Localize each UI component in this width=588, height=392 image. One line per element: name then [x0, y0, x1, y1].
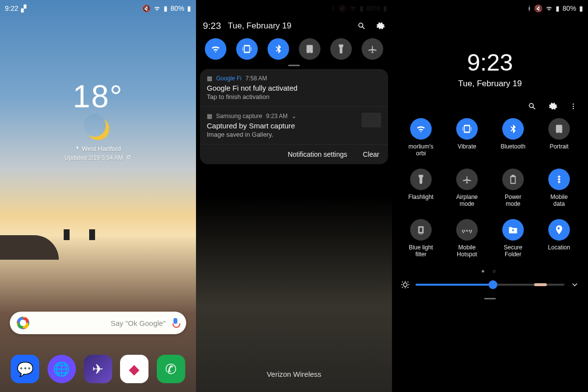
notification-group: ▦ Google Fi 7:58 AM Google Fi not fully …: [200, 69, 388, 164]
toggle-bluetooth[interactable]: [268, 38, 289, 60]
app-phone[interactable]: ✆: [157, 355, 185, 383]
qs-label: Bluetooth: [501, 143, 526, 157]
home-screen: 9:22 ▞ 🔇 ▮ 80% ▮ 18° West Hartford Updat…: [0, 0, 196, 392]
panel-header: [392, 89, 588, 115]
qs-label: morlium's orbi: [409, 143, 434, 157]
mute-icon: 🔇: [142, 4, 150, 12]
hotspot-icon: [456, 219, 478, 241]
app-messages[interactable]: 💬: [11, 355, 39, 383]
rotation-icon: [548, 118, 570, 140]
clear-button[interactable]: Clear: [363, 150, 379, 158]
qs-tile-location[interactable]: Location: [536, 219, 582, 258]
airplane-icon: [456, 169, 478, 190]
toggle-flashlight[interactable]: [330, 38, 352, 60]
more-icon[interactable]: [568, 101, 578, 111]
notification-shade: ᚼ 🔇 ▮ 80% ▮ 9:23 Tue, February 19 ▦ Goog…: [196, 0, 392, 392]
app-gallery[interactable]: ◆: [120, 355, 148, 383]
app-browser[interactable]: 🌐: [48, 355, 76, 383]
brightness-icon: [401, 280, 410, 289]
notif-app-icon: ▦: [207, 113, 212, 120]
fi-indicator-icon: ▞: [21, 4, 26, 12]
moon-icon: [87, 118, 109, 140]
vibrate-icon: [456, 118, 478, 140]
battery-icon: ▮: [579, 4, 583, 12]
qs-tile-bluetooth[interactable]: Bluetooth: [490, 118, 536, 157]
search-icon[interactable]: [357, 21, 367, 31]
notif-app-name: Samsung capture: [216, 113, 262, 120]
flashlight-icon: [410, 169, 432, 190]
notif-time: 9:23 AM: [266, 113, 288, 120]
google-search-bar[interactable]: Say "Ok Google": [10, 312, 186, 334]
settings-icon[interactable]: [375, 21, 385, 31]
notif-thumbnail: [362, 113, 381, 127]
weather-updated: Updated 2/19 5:54 AM: [0, 154, 196, 161]
data-icon: [548, 169, 570, 190]
chevron-down-icon[interactable]: ⌄: [292, 113, 296, 120]
battery-icon: [502, 169, 524, 190]
notif-app-name: Google Fi: [216, 75, 242, 82]
notification-settings-button[interactable]: Notification settings: [288, 150, 347, 158]
shade-header: 9:23 Tue, February 19: [196, 15, 392, 37]
battery-icon: ▮: [187, 4, 191, 12]
qs-tile-rotation[interactable]: Portrait: [536, 118, 582, 157]
status-bar: 9:22 ▞ 🔇 ▮ 80% ▮: [0, 0, 196, 15]
qs-label: Location: [548, 244, 570, 258]
wifi-icon: [153, 5, 161, 12]
carrier-label: Verizon Wireless: [196, 370, 392, 378]
bluetooth-icon: [502, 118, 524, 140]
notif-app-icon: ▦: [207, 75, 212, 82]
search-icon[interactable]: [527, 101, 537, 111]
toggle-wifi[interactable]: [205, 38, 226, 60]
notif-title: Captured by Smart capture: [207, 122, 381, 130]
notif-body: Image saved in Gallery.: [207, 131, 381, 138]
qs-tile-flashlight[interactable]: Flashlight: [398, 169, 444, 207]
qs-label: Power mode: [505, 194, 521, 207]
qs-label: Blue light filter: [409, 244, 433, 258]
lock-time: 9:23: [392, 49, 588, 76]
brightness-row: [392, 274, 588, 295]
qs-tile-airplane[interactable]: Airplane mode: [444, 169, 490, 207]
qs-label: Mobile Hotspot: [457, 244, 477, 258]
qs-label: Mobile data: [550, 194, 567, 207]
qs-tile-battery[interactable]: Power mode: [490, 169, 536, 207]
shade-time: 9:23: [203, 21, 221, 31]
search-placeholder: Say "Ok Google": [29, 319, 172, 327]
location-icon: [548, 219, 570, 241]
app-dock: 💬 🌐 ✈ ◆ ✆: [0, 355, 196, 383]
shade-handle[interactable]: [288, 65, 300, 66]
signal-icon: ▮: [556, 4, 560, 12]
qs-label: Flashlight: [408, 194, 433, 207]
qs-tile-folder[interactable]: Secure Folder: [490, 219, 536, 258]
notif-time: 7:58 AM: [245, 75, 267, 82]
qs-tile-hotspot[interactable]: Mobile Hotspot: [444, 219, 490, 258]
notification[interactable]: ▦ Google Fi 7:58 AM Google Fi not fully …: [200, 69, 388, 107]
settings-icon[interactable]: [548, 101, 558, 111]
qs-tile-vibrate[interactable]: Vibrate: [444, 118, 490, 157]
lock-date: Tue, February 19: [392, 79, 588, 89]
lock-clock: 9:23 Tue, February 19: [392, 49, 588, 89]
brightness-slider[interactable]: [416, 284, 564, 286]
app-launcher[interactable]: ✈: [84, 355, 112, 383]
qs-label: Portrait: [550, 143, 569, 157]
voice-search-icon[interactable]: [172, 318, 179, 328]
wallpaper-figures: [0, 220, 196, 240]
shade-date: Tue, February 19: [228, 21, 348, 31]
qs-tile-wifi[interactable]: morlium's orbi: [398, 118, 444, 157]
bluetooth-icon: ᚼ: [527, 4, 531, 12]
quick-toggles-row: [196, 37, 392, 62]
toggle-rotation[interactable]: [299, 38, 320, 60]
google-logo-icon: [17, 317, 29, 329]
weather-widget[interactable]: 18° West Hartford Updated 2/19 5:54 AM: [0, 78, 196, 161]
panel-handle[interactable]: [484, 298, 496, 299]
notification[interactable]: ▦ Samsung capture 9:23 AM ⌄ Captured by …: [200, 107, 388, 145]
expand-icon[interactable]: [570, 280, 579, 289]
quick-settings-grid: morlium's orbi Vibrate Bluetooth Portrai…: [392, 115, 588, 267]
toggle-vibrate[interactable]: [236, 38, 258, 60]
temperature: 18°: [0, 78, 196, 115]
page-indicator[interactable]: ● ○: [392, 268, 588, 274]
qs-tile-bluelight[interactable]: Blue light filter: [398, 219, 444, 258]
folder-icon: [502, 219, 524, 241]
status-bar: ᚼ 🔇 ▮ 80% ▮: [392, 0, 588, 15]
toggle-airplane[interactable]: [362, 38, 383, 60]
qs-tile-data[interactable]: Mobile data: [536, 169, 582, 207]
